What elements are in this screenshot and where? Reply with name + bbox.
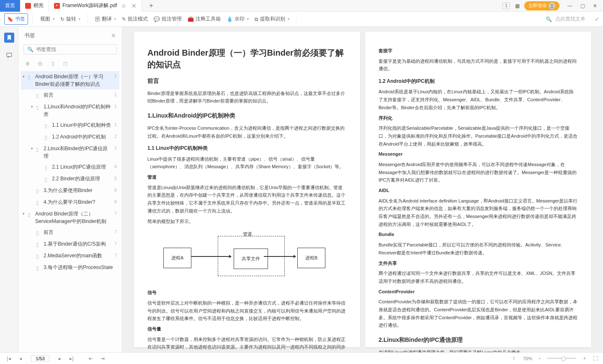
tab-document-label: FrameWork源码讲解.pdf [62,2,117,9]
bookmark-item[interactable]: ▾▯2.Linux和Binder的IPC通信原理2 [21,143,119,161]
bookmark-toggle-icon[interactable]: ▾ [23,211,28,217]
page-1: Android Binder原理（一）学习Binder前必须要了解的知识点 前言… [134,32,360,347]
bookmark-item[interactable]: ▯2.MediaServer的main函数7 [21,250,119,262]
theme-icon[interactable]: ☾ [513,356,517,361]
bookmark-item[interactable]: ▯1.基于Binder通信的C/S架构7 [21,238,119,250]
tab-external-icon[interactable]: ⧉ [122,3,126,9]
search-icon: 🔍 [27,46,34,52]
bookmark-search-input[interactable] [36,46,113,52]
apps-grid-icon[interactable]: ▦ [512,1,523,10]
p-msg: Messenger在Android应用开发中的使用频率不高，可以在不同进程中传递… [379,161,578,184]
window-maximize[interactable]: ▢ [577,1,588,10]
diag-arrow-1 [191,256,231,257]
annotation-mode-tool[interactable]: ✎ 批注模式 [119,14,150,24]
search-icon[interactable]: 🔍 [546,16,552,22]
watermark-tool[interactable]: 💧 水印 [224,14,251,24]
last-page-button[interactable]: ▸| [68,356,75,361]
next-page-button[interactable]: ▸ [56,356,64,361]
view-tool[interactable]: 视图 [38,14,57,24]
zoom-slider[interactable] [547,358,576,359]
counter-icon[interactable]: 1 [502,3,510,9]
bookmark-sidebar: 书签 ✕ 🔍 ⊕ ⊟ ▯ ◻ ▾▯Android Binder原理（一）学习Bi… [18,27,122,352]
bookmark-page-number: 7 [114,228,117,236]
bookmark-page-number: 7 [114,240,117,247]
nav-2-button[interactable]: ⇥ [99,356,106,361]
bookmark-text: 4.为什么要学习Binder? [44,198,112,206]
bookmark-page-number: 6 [114,187,117,194]
bookmark-page-icon: ▯ [36,229,42,237]
h-11: 1.1 Linux中的IPC机制种类 [147,144,347,152]
bookmark-item[interactable]: ▯2.2 Binder的通信原理5 [21,173,119,185]
bookmark-item[interactable]: ▾▯Android Binder原理（一）学习Binder前必须要了解的知识点1 [21,71,119,90]
collapse-all-icon[interactable]: ⊟ [37,60,44,67]
bookmark-page-icon: ▯ [36,199,42,207]
page-input[interactable] [31,355,49,362]
bookmark-item[interactable]: ▯2.1 Linux的IPC通信原理4 [21,161,119,173]
prev-page-button[interactable]: ◂ [17,356,24,361]
bookmark-item[interactable]: ▯1.1 Linux中的IPC机制种类1 [21,120,119,131]
bookmark-page-icon: ▯ [28,211,34,218]
nav-1-button[interactable]: ⇤ [87,356,95,361]
tab-document[interactable]: P FrameWork源码讲解.pdf ⧉ ✕ [49,0,142,12]
page-actions-icon[interactable]: ⤢ [595,16,599,22]
tab-home[interactable]: 首页 [0,0,20,12]
rail-comment-button[interactable] [4,50,14,60]
translate-tool[interactable]: 🈂 翻译 [93,14,119,24]
bookmark-ribbon-icon[interactable]: ◻ [62,60,69,67]
pdf-icon: P [54,3,60,9]
bookmark-toggle-icon[interactable]: ▾ [31,146,36,152]
diag-box-b: 进程B [297,248,325,268]
statusbar: |◂ ◂ ▸ ▸| ⇤ ⇥ ☾ 70% − ＋ ⛶ [0,352,603,364]
add-bookmark-icon[interactable]: ⊕ [24,60,31,67]
sidebar-close-icon[interactable]: ✕ [111,32,116,39]
bookmark-toggle-icon[interactable]: ▾ [23,74,28,80]
bookmark-page-icon: ▯ [28,74,34,81]
doc-title: Android Binder原理（一）学习Binder前必须要了解的知识点 [147,47,347,70]
bookmark-search[interactable]: 🔍 [23,44,117,54]
bookmark-item[interactable]: ▯前言1 [21,90,119,101]
bookmark-tool[interactable]: 🔖 书签 [4,13,28,25]
first-page-button[interactable]: |◂ [5,356,13,361]
bookmark-item[interactable]: ▯前言7 [21,227,119,238]
zoom-value[interactable]: 70% [523,356,532,361]
bookmark-toggle-icon[interactable]: ▾ [31,104,36,110]
window-close[interactable]: ✕ [590,1,600,10]
annotation-mode-label: 批注模式 [128,15,148,23]
window-minimize[interactable]: — [564,1,575,10]
bookmark-icon: 🔖 [7,16,13,22]
p-socket: 套接字是更为基础的进程间通信机制，与其他方式不同的是，套接字可用于不同机器之间的… [379,57,578,73]
bookmark-item[interactable]: ▯1.2 Android中的IPC机制2 [21,131,119,143]
bookmark-page-number: 5 [114,175,117,182]
bookmark-page-icon: ▯ [36,187,42,195]
bookmark-text: 1.1 Linux中的IPC机制种类 [52,121,112,129]
login-button[interactable]: 立即登录 [524,1,559,10]
annotation-manage-tool[interactable]: 💬 批注管理 [151,14,184,24]
extract-tool[interactable]: ⧉ 提取和识别 [252,14,292,24]
bookmark-text: 2.2 Binder的通信原理 [52,175,112,182]
tab-app-label: 稻壳 [34,2,44,9]
search-hint[interactable]: 点此查找文本 [555,15,585,23]
bookmark-item[interactable]: ▯3.每个进程唯一的ProcessState [21,262,119,274]
bookmark-text: 3.每个进程唯一的ProcessState [44,264,114,271]
bookmark-item[interactable]: ▾▯Android Binder原理（二）ServiceManager中的Bin… [21,208,119,227]
p-file: 两个进程通过读写同一个文件来进行数据共享，共享的文件可以是文本、XML、JOSN… [379,269,578,285]
document-viewport[interactable]: Android Binder原理（一）学习Binder前必须要了解的知识点 前言… [122,27,603,352]
rotate-icon: ↻ [60,16,64,22]
tab-close-icon[interactable]: ✕ [131,3,137,9]
avatar-icon [549,3,555,9]
bookmark-item[interactable]: ▯3.为什么要使用Binder6 [21,185,119,197]
bookmark-page-number: 1 [114,91,117,98]
tab-app[interactable]: 稻壳 [20,0,49,12]
new-tab-button[interactable]: ＋ [142,1,160,10]
h-12: 1.2 Android中的IPC机制 [379,77,578,85]
rotate-tool[interactable]: ↻ 旋转 [58,14,83,24]
zoom-out-button[interactable]: − [538,356,541,361]
bookmark-flag-icon[interactable]: ▯ [49,60,56,67]
bookmark-item[interactable]: ▯4.为什么要学习Binder?6 [21,197,119,208]
annotation-toolbox-tool[interactable]: 🧰 注释工具箱 [185,14,223,24]
fit-icon[interactable]: ⛶ [593,356,598,361]
rail-bookmark-button[interactable] [4,33,14,43]
bookmark-item[interactable]: ▾▯1.Linux和Android的IPC机制种类1 [21,101,119,120]
zoom-in-button[interactable]: ＋ [582,355,587,362]
bookmark-page-icon: ▯ [36,146,42,153]
